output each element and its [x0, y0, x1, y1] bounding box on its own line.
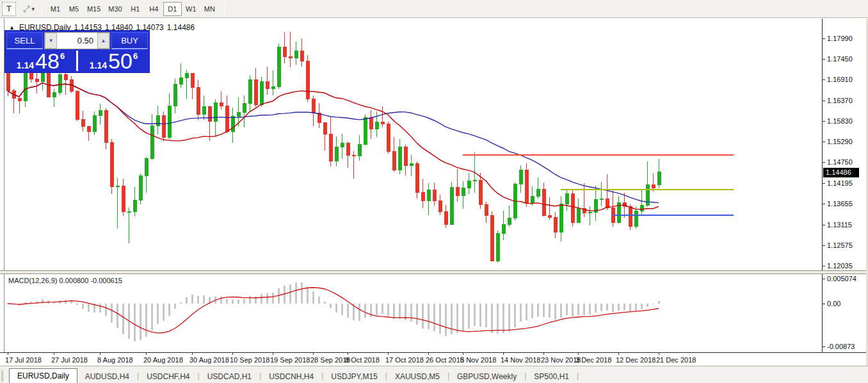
time-axis-tickmark: [503, 352, 504, 355]
macd-histogram-bar: [491, 304, 493, 333]
bull-candle: [588, 212, 591, 213]
bear-candle: [490, 216, 494, 261]
buy-price-button[interactable]: 1.14 50 6: [78, 51, 149, 71]
sell-price-button[interactable]: 1.14 48 6: [5, 51, 76, 71]
chart-tab-usdchf[interactable]: USDCHF,H4: [139, 370, 197, 383]
chart-tab-usdcnh[interactable]: USDCNH,H4: [261, 370, 321, 383]
macd-histogram-bar: [376, 304, 378, 315]
fast-ma-line: [8, 83, 659, 211]
chart-tab-audusd[interactable]: AUDUSD,H4: [77, 370, 137, 383]
bull-candle: [116, 186, 119, 187]
macd-histogram-bar: [237, 300, 239, 304]
volume-input[interactable]: [57, 33, 97, 49]
bull-candle: [145, 159, 148, 175]
time-axis-tickmark: [578, 352, 579, 355]
bear-candle: [346, 143, 350, 155]
bull-candle: [358, 144, 361, 156]
macd-histogram-bar: [261, 294, 262, 304]
bull-candle: [519, 170, 522, 184]
chart-tab-usdcad[interactable]: USDCAD,H1: [200, 370, 259, 383]
buy-button[interactable]: BUY: [111, 32, 148, 49]
time-axis-label: 19 Sep 2018: [270, 356, 310, 364]
buy-price-main: 1.14: [90, 61, 107, 70]
macd-histogram-bar: [330, 304, 332, 308]
time-axis-tickmark: [232, 352, 233, 355]
macd-histogram-bar: [358, 304, 360, 321]
bear-candle: [381, 122, 384, 124]
macd-histogram-bar: [191, 295, 193, 304]
cycle-arrows-icon: ⤢: [23, 4, 29, 14]
volume-increase-button[interactable]: ▲: [97, 33, 109, 49]
bear-candle: [387, 124, 390, 152]
macd-indicator-canvas[interactable]: [5, 274, 822, 352]
macd-histogram-bar: [387, 304, 389, 316]
chart-tab-gbpusd[interactable]: GBPUSD,Weekly: [449, 370, 524, 383]
bear-candle: [197, 88, 200, 114]
macd-histogram-bar: [117, 304, 118, 328]
bear-candle: [433, 190, 436, 201]
macd-histogram-bar: [479, 304, 481, 327]
macd-histogram-bar: [82, 304, 84, 309]
time-axis-tickmark: [659, 352, 659, 355]
bear-candle: [104, 111, 108, 142]
bear-candle: [110, 142, 113, 186]
timeframe-button-mn[interactable]: MN: [200, 2, 219, 16]
collapse-triangle-icon[interactable]: ▲: [9, 24, 15, 31]
macd-histogram-bar: [652, 304, 654, 304]
macd-histogram-bar: [180, 302, 182, 304]
bear-candle: [652, 184, 655, 188]
macd-histogram-bar: [70, 301, 72, 304]
price-axis-tick-label: 1.15830: [827, 117, 853, 125]
time-axis-tickmark: [192, 352, 193, 355]
macd-histogram-bar: [589, 304, 591, 314]
bull-candle: [237, 113, 240, 117]
macd-histogram-bar: [347, 304, 349, 318]
time-axis-label: 3 Dec 2018: [575, 356, 611, 364]
bull-candle: [375, 122, 378, 129]
time-axis-tickmark: [273, 352, 273, 355]
current-price-badge: 1.14486: [823, 168, 859, 177]
bull-candle: [93, 115, 96, 131]
macd-histogram-bar: [537, 304, 539, 316]
timeframe-button-w1[interactable]: W1: [182, 2, 200, 16]
bull-candle: [496, 233, 499, 261]
bear-candle: [220, 102, 223, 106]
text-tool-button[interactable]: T: [2, 2, 16, 16]
time-axis-label: 30 Aug 2018: [189, 356, 229, 364]
time-axis-label: 8 Oct 2018: [345, 356, 380, 364]
macd-histogram-bar: [531, 304, 533, 318]
timeframe-button-m15[interactable]: M15: [83, 2, 104, 16]
timeframe-button-m5[interactable]: M5: [65, 2, 83, 16]
timeframe-button-m1[interactable]: M1: [46, 2, 65, 16]
macd-histogram-bar: [122, 304, 124, 334]
bear-candle: [122, 186, 125, 212]
macd-histogram-bar: [474, 304, 476, 326]
price-axis-tick-label: 1.12035: [827, 262, 853, 270]
volume-decrease-button[interactable]: ▼: [45, 33, 57, 49]
macd-histogram-bar: [520, 304, 522, 322]
cycle-arrows-button[interactable]: ⤢ ▾: [21, 2, 36, 16]
chart-tab-usdjpy[interactable]: USDJPY,M15: [323, 370, 385, 383]
sell-button[interactable]: SELL: [6, 32, 43, 49]
macd-histogram-bar: [451, 304, 453, 334]
bar-close-value: 1.14486: [167, 23, 195, 32]
bull-candle: [260, 82, 263, 105]
macd-histogram-bar: [641, 304, 643, 309]
time-axis-tickmark: [543, 352, 544, 355]
chart-tab-sp500[interactable]: SP500,H1: [526, 370, 577, 383]
bear-candle: [485, 205, 488, 216]
timeframe-button-d1[interactable]: D1: [163, 2, 182, 16]
macd-histogram-bar: [289, 284, 291, 304]
chart-tab-eurusd[interactable]: EURUSD,Daily: [9, 368, 77, 383]
timeframe-button-h4[interactable]: H4: [145, 2, 163, 16]
bear-candle: [208, 106, 211, 121]
timeframe-button-m30[interactable]: M30: [104, 2, 125, 16]
timeframe-button-h1[interactable]: H1: [126, 2, 145, 16]
bear-candle: [606, 199, 609, 208]
chart-tab-xauusd[interactable]: XAUUSD,M5: [387, 370, 447, 383]
price-axis-tick-label: 1.17990: [827, 35, 853, 42]
macd-histogram-bar: [595, 304, 597, 313]
toolbar-separator: [224, 3, 225, 15]
bull-candle: [410, 164, 413, 166]
macd-histogram-bar: [439, 304, 441, 334]
